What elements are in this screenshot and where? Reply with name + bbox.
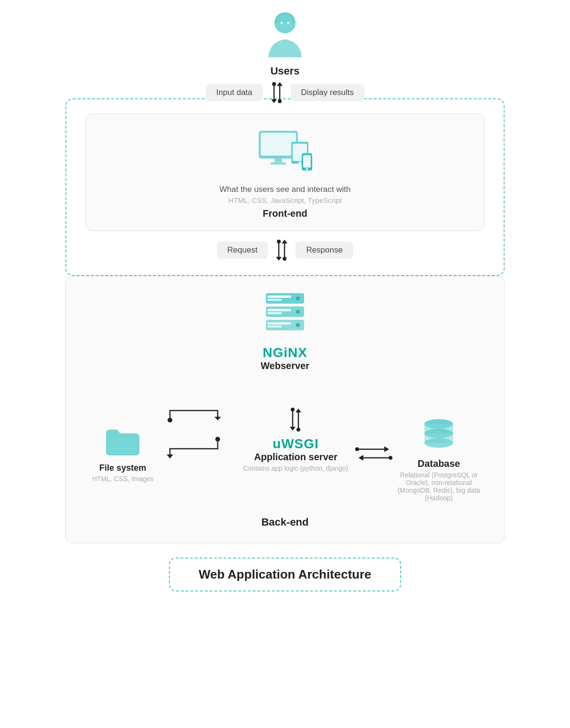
user-section: Users [264,10,306,77]
svg-rect-32 [267,312,282,314]
nginx-brand: NGiNX [263,345,307,360]
svg-rect-27 [267,295,291,298]
req-res-arrows [273,240,291,261]
svg-rect-12 [274,158,282,162]
database-icon [420,414,458,454]
svg-point-2 [281,22,283,24]
appserver-tech: Contains app logic (python, django) [243,464,348,472]
filesystem-tech: HTML, CSS, Images [92,475,153,483]
display-results-badge: Display results [291,84,365,101]
db-label: Database [418,458,460,469]
svg-point-3 [287,22,290,24]
svg-point-25 [283,257,286,261]
frontend-device-icon [254,128,316,178]
backend-outer: NGiNX Webserver File system HTML, CSS, I… [65,276,505,543]
frontend-description: What the users see and interact with [220,185,351,194]
nginx-uwsgi-arrows [286,408,305,432]
filesystem-label: File system [99,463,146,473]
req-res-row: Request Response [85,240,485,261]
svg-rect-36 [267,326,282,327]
svg-rect-13 [271,162,286,165]
server-icon [259,291,311,336]
svg-point-9 [278,99,282,103]
svg-point-6 [272,82,276,86]
db-arrows-col [355,442,393,465]
io-row: Input data Display results [56,82,514,103]
svg-point-29 [296,296,300,300]
svg-point-22 [277,240,281,243]
io-arrows [268,82,286,103]
input-data-badge: Input data [206,84,263,101]
svg-rect-18 [303,155,311,168]
nginx-sublabel: Webserver [261,360,309,371]
bottom-title-box: Web Application Architecture [169,558,401,591]
response-badge: Response [296,242,353,259]
svg-marker-52 [359,455,363,461]
uwsgi-brand: uWSGI [273,436,319,452]
svg-point-16 [299,162,301,164]
svg-rect-28 [267,299,282,301]
svg-marker-8 [277,82,283,86]
svg-marker-5 [271,99,277,103]
user-label: Users [270,65,299,77]
svg-point-50 [355,447,359,451]
database-col: Database Relational (PostgreSQL or Oracl… [393,414,485,502]
svg-point-33 [296,310,300,314]
diagram-wrapper: Users Input data Display results [56,10,514,591]
nginx-section: NGiNX Webserver [85,345,485,371]
frontend-label: Front-end [263,208,307,219]
svg-marker-49 [384,446,389,452]
svg-marker-40 [167,454,173,458]
svg-marker-21 [276,257,282,261]
svg-point-53 [389,456,392,460]
svg-marker-43 [290,427,296,431]
request-badge: Request [217,242,268,259]
center-col: uWSGI Application server Contains app lo… [237,406,354,472]
svg-point-47 [296,428,300,432]
frontend-tech: HTML, CSS, JavaScript, TypeScript [228,196,341,204]
svg-rect-11 [261,133,296,156]
svg-point-19 [306,168,308,170]
svg-point-38 [168,418,172,422]
frontend-box: What the users see and interact with HTM… [85,114,485,231]
user-icon [264,10,306,62]
server-section [85,291,485,336]
svg-marker-46 [296,409,301,412]
db-tech: Relational (PostgreSQL or Oracle), non-r… [393,471,485,502]
svg-rect-35 [267,322,291,325]
folder-icon [104,424,142,459]
fs-arrows-col [160,401,237,477]
filesystem-col: File system HTML, CSS, Images [85,424,160,483]
svg-marker-24 [282,240,287,243]
svg-point-58 [424,438,453,448]
frontend-outer: What the users see and interact with HTM… [65,98,505,276]
fs-nginx-arrows-svg [160,401,237,477]
appserver-label: Application server [254,452,338,463]
svg-marker-39 [214,417,221,420]
uwsgi-section: uWSGI Application server Contains app lo… [243,436,348,472]
svg-rect-31 [267,309,291,311]
svg-point-1 [276,14,294,32]
bottom-title: Web Application Architecture [199,567,371,582]
svg-point-44 [291,408,295,411]
db-arrows-svg [355,442,393,465]
svg-point-37 [296,323,300,327]
middle-area: File system HTML, CSS, Images [85,376,485,502]
svg-point-41 [215,437,220,442]
backend-label: Back-end [85,516,485,528]
